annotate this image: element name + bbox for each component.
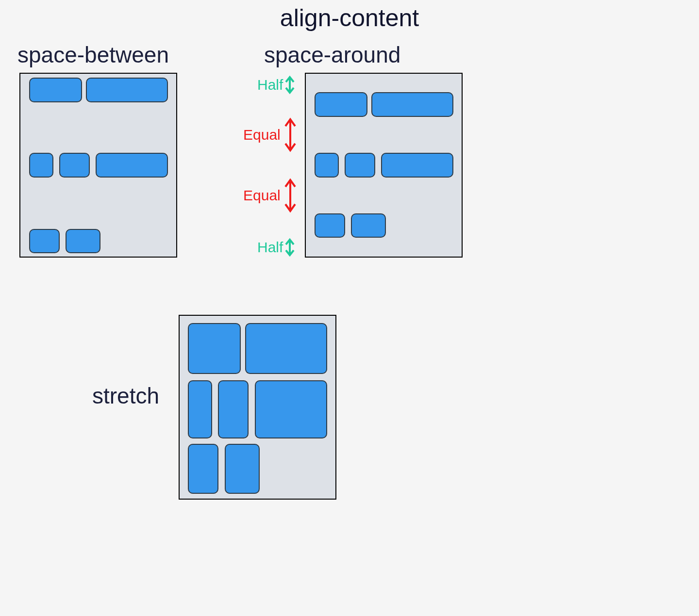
annotation-label: Half (257, 77, 283, 93)
double-arrow-icon (283, 238, 297, 257)
flex-item (345, 153, 375, 178)
flex-item (255, 380, 327, 438)
annotation-label: Equal (243, 127, 281, 143)
page-title: align-content (0, 4, 699, 32)
flex-item (315, 213, 345, 238)
label-space-between: space-between (17, 42, 169, 68)
flex-item (351, 213, 386, 238)
flex-item (225, 444, 260, 494)
container-space-between (19, 73, 177, 258)
flex-item (315, 153, 339, 178)
flex-item (66, 229, 100, 253)
annotation-half-bottom: Half (257, 238, 297, 257)
label-stretch: stretch (92, 383, 159, 409)
flex-item (29, 153, 53, 178)
flex-item (29, 229, 60, 253)
annotation-label: Equal (243, 187, 281, 204)
flex-item (188, 444, 218, 494)
flex-item (188, 380, 212, 438)
label-space-around: space-around (264, 42, 400, 68)
flex-item (218, 380, 249, 438)
flex-item (29, 78, 82, 102)
annotation-equal-1: Equal (243, 117, 298, 152)
container-space-around (305, 73, 463, 258)
container-stretch (179, 315, 336, 500)
double-arrow-icon (283, 178, 298, 213)
flex-item (381, 153, 453, 178)
double-arrow-icon (283, 75, 297, 95)
align-content-diagram: align-content space-between space-around… (0, 0, 699, 616)
flex-item (371, 92, 453, 117)
flex-item (315, 92, 367, 117)
flex-item (59, 153, 90, 178)
flex-item (245, 323, 327, 374)
annotation-equal-2: Equal (243, 178, 298, 213)
double-arrow-icon (283, 117, 298, 152)
annotation-half-top: Half (257, 75, 297, 95)
flex-item (96, 153, 168, 178)
flex-item (86, 78, 168, 102)
annotation-label: Half (257, 239, 283, 256)
flex-item (188, 323, 241, 374)
